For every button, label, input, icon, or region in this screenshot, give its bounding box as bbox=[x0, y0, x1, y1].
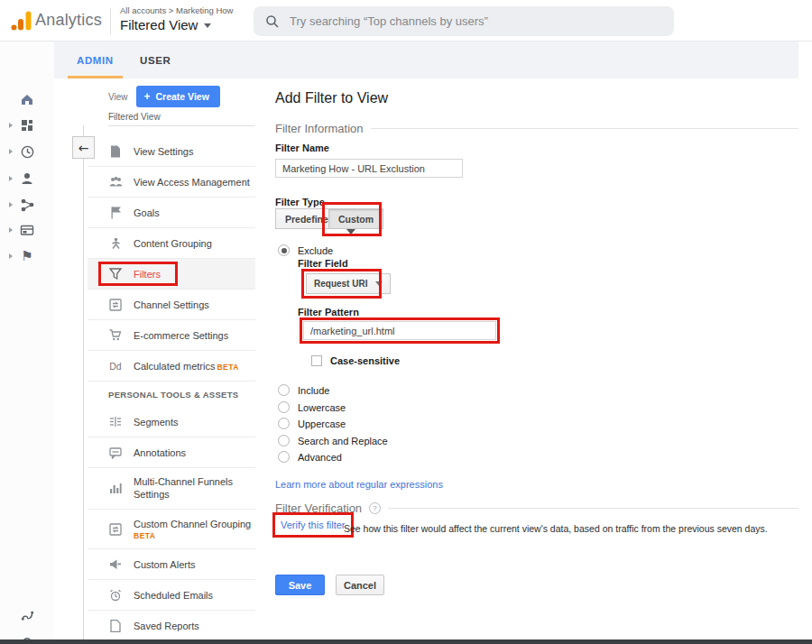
filter-name-label: Filter Name bbox=[275, 143, 329, 153]
add-filter-form: Add Filter to View Filter Information Fi… bbox=[275, 78, 798, 639]
nav-rail bbox=[0, 41, 54, 639]
tab-admin[interactable]: ADMIN bbox=[77, 41, 114, 78]
verify-filter-link[interactable]: Verify this filter bbox=[275, 515, 351, 535]
search-bar[interactable]: Try searching “Top channels by users” bbox=[254, 6, 674, 36]
filter-type-custom-button[interactable]: Custom bbox=[328, 208, 383, 229]
expand-arrow-icon bbox=[9, 227, 13, 233]
uppercase-radio-row[interactable]: Uppercase bbox=[278, 418, 346, 429]
admin-menu: View Settings View Access Management Goa… bbox=[88, 136, 255, 639]
audience-icon[interactable] bbox=[0, 168, 54, 189]
include-radio-row[interactable]: Include bbox=[278, 384, 329, 396]
section-rule bbox=[371, 128, 798, 129]
filter-field-label: Filter Field bbox=[298, 258, 348, 269]
analytics-logo-icon bbox=[10, 10, 32, 32]
acquisition-icon[interactable] bbox=[0, 194, 54, 216]
conversions-icon[interactable] bbox=[0, 245, 54, 267]
filter-pattern-label: Filter Pattern bbox=[298, 307, 359, 317]
uppercase-radio[interactable] bbox=[278, 418, 290, 429]
search-placeholder: Try searching “Top channels by users” bbox=[290, 14, 488, 28]
expand-arrow-icon bbox=[9, 202, 13, 207]
current-view-name: Filtered View bbox=[108, 112, 161, 122]
document-icon bbox=[108, 620, 123, 632]
case-sensitive-checkbox[interactable] bbox=[311, 355, 322, 366]
menu-item-content-grouping[interactable]: Content Grouping bbox=[88, 228, 255, 259]
back-arrow-button[interactable] bbox=[72, 136, 95, 159]
filter-pattern-input[interactable] bbox=[303, 321, 496, 340]
window-bottom-edge bbox=[0, 639, 812, 644]
funnel-icon bbox=[108, 268, 123, 280]
exclude-radio-row[interactable]: Exclude bbox=[278, 244, 333, 256]
search-replace-radio-row[interactable]: Search and Replace bbox=[278, 435, 388, 446]
menu-item-segments[interactable]: Segments bbox=[88, 407, 255, 437]
menu-item-channel-settings[interactable]: Channel Settings bbox=[88, 290, 255, 320]
beta-badge: BETA bbox=[217, 363, 239, 372]
menu-item-view-access-management[interactable]: View Access Management bbox=[88, 167, 255, 198]
filter-type-label: Filter Type bbox=[275, 197, 325, 207]
panel-divider-line bbox=[83, 125, 84, 639]
menu-item-goals[interactable]: Goals bbox=[88, 198, 255, 228]
attribution-icon[interactable] bbox=[0, 604, 54, 626]
menu-item-ecommerce-settings[interactable]: E-commerce Settings bbox=[88, 320, 255, 351]
customization-icon[interactable] bbox=[0, 115, 54, 136]
filter-field-dropdown[interactable]: Request URI bbox=[306, 273, 391, 294]
account-view-selector[interactable]: Filtered View bbox=[120, 17, 211, 32]
case-sensitive-row[interactable]: Case-sensitive bbox=[311, 355, 400, 366]
beta-badge: BETA bbox=[134, 531, 251, 540]
filter-name-input[interactable] bbox=[275, 159, 463, 178]
app-name: Analytics bbox=[35, 11, 102, 30]
include-radio[interactable] bbox=[278, 384, 290, 396]
menu-item-calculated-metrics[interactable]: Dd Calculated metricsBETA bbox=[88, 351, 255, 382]
behavior-icon[interactable] bbox=[0, 219, 54, 241]
dd-icon: Dd bbox=[108, 361, 123, 372]
segments-icon bbox=[108, 416, 123, 428]
plus-icon: + bbox=[144, 90, 151, 103]
tab-user[interactable]: USER bbox=[140, 41, 171, 78]
menu-item-multi-channel-funnels[interactable]: Multi-Channel Funnels Settings bbox=[88, 468, 255, 510]
verify-description: See how this filter would affect the cur… bbox=[344, 523, 768, 534]
search-replace-radio[interactable] bbox=[278, 435, 290, 446]
expand-arrow-icon bbox=[9, 176, 13, 181]
lowercase-radio-row[interactable]: Lowercase bbox=[278, 401, 346, 413]
learn-more-link[interactable]: Learn more about regular expressions bbox=[275, 479, 443, 490]
menu-item-custom-alerts[interactable]: Custom Alerts bbox=[88, 549, 255, 580]
filter-information-section-header: Filter Information bbox=[275, 122, 798, 135]
content-grouping-icon bbox=[108, 237, 123, 250]
menu-item-saved-reports[interactable]: Saved Reports bbox=[88, 611, 255, 639]
search-icon bbox=[265, 14, 280, 29]
document-icon bbox=[108, 145, 123, 158]
breadcrumb: All accounts > Marketing How bbox=[120, 5, 233, 15]
megaphone-icon bbox=[108, 558, 123, 570]
exclude-radio[interactable] bbox=[278, 244, 290, 256]
menu-item-view-settings[interactable]: View Settings bbox=[88, 136, 255, 167]
advanced-radio[interactable] bbox=[278, 451, 290, 463]
menu-item-filters[interactable]: Filters bbox=[88, 259, 255, 290]
channel-icon bbox=[108, 299, 123, 311]
flag-icon bbox=[108, 207, 123, 219]
flag-icon bbox=[21, 248, 32, 264]
home-icon[interactable] bbox=[0, 88, 54, 110]
menu-item-custom-channel-grouping[interactable]: Custom Channel GroupingBETA bbox=[88, 510, 255, 549]
header-divider bbox=[110, 8, 111, 34]
advanced-radio-row[interactable]: Advanced bbox=[278, 451, 342, 463]
create-view-button[interactable]: + Create View bbox=[136, 86, 220, 107]
save-button[interactable]: Save bbox=[275, 575, 325, 595]
menu-item-annotations[interactable]: Annotations bbox=[88, 437, 255, 468]
lowercase-radio[interactable] bbox=[278, 401, 290, 413]
menu-item-scheduled-emails[interactable]: Scheduled Emails bbox=[88, 580, 255, 611]
annotation-icon bbox=[108, 446, 123, 459]
app-header: Analytics All accounts > Marketing How F… bbox=[0, 0, 812, 41]
section-rule bbox=[388, 508, 798, 509]
case-sensitive-label: Case-sensitive bbox=[330, 355, 400, 366]
realtime-icon[interactable] bbox=[0, 141, 54, 162]
cancel-button[interactable]: Cancel bbox=[336, 575, 384, 595]
column-label: View bbox=[108, 92, 128, 102]
admin-view-panel: View + Create View Filtered View View Se… bbox=[54, 78, 275, 639]
cart-icon bbox=[108, 329, 123, 341]
create-view-label: Create View bbox=[156, 91, 209, 102]
exclude-label: Exclude bbox=[298, 245, 333, 256]
help-icon[interactable]: ? bbox=[369, 502, 381, 514]
selected-type-pointer bbox=[346, 229, 355, 235]
chevron-down-icon bbox=[204, 23, 211, 28]
people-icon bbox=[108, 176, 123, 188]
expand-arrow-icon bbox=[9, 123, 13, 128]
